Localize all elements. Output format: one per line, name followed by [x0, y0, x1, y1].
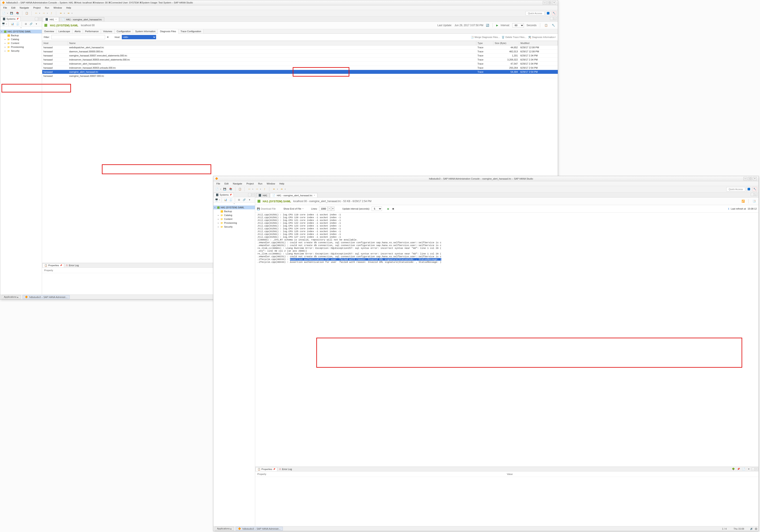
back-icon[interactable]: ⇦: [247, 187, 252, 192]
settings-icon[interactable]: 🔧: [551, 23, 556, 28]
minimize-bottom-button[interactable]: —: [752, 468, 755, 471]
applications-button[interactable]: Applications ▴: [2, 295, 21, 299]
sub-tab-alerts[interactable]: Alerts: [72, 29, 83, 33]
menu-file[interactable]: File: [214, 182, 222, 186]
save-all-icon[interactable]: 📚: [228, 187, 233, 192]
twisty-icon[interactable]: ▾: [214, 207, 216, 209]
quick-access-field[interactable]: Quick Access: [726, 187, 745, 191]
menu-file[interactable]: File: [1, 6, 9, 10]
chevron-down-icon[interactable]: ▾: [277, 188, 278, 190]
sub-tab-trace-configuration[interactable]: Trace Configuration: [178, 29, 204, 33]
sql-icon[interactable]: 📋: [24, 11, 29, 16]
stop-icon[interactable]: ⏹: [391, 206, 396, 211]
view-menu-icon[interactable]: ▾: [247, 198, 252, 202]
twisty-icon[interactable]: ▸: [217, 226, 219, 228]
tree-node-provisioning[interactable]: ▸ 📁 Provisioning: [214, 221, 255, 225]
lines-spinner[interactable]: − +: [319, 207, 335, 211]
maximize-button[interactable]: ▢: [748, 177, 752, 180]
chevron-down-icon[interactable]: ▾: [303, 208, 304, 210]
twisty-icon[interactable]: ▸: [217, 214, 219, 216]
interval-select[interactable]: 60: [512, 23, 524, 27]
link-editor-icon[interactable]: 🔗: [29, 22, 33, 26]
chevron-down-icon[interactable]: ▾: [220, 188, 221, 190]
minimize-editor-button[interactable]: —: [751, 193, 754, 196]
power-icon[interactable]: ⏻: [755, 527, 757, 530]
delete-trace-link[interactable]: 🗑️Delete Trace Files...: [501, 36, 526, 39]
monitor-icon[interactable]: 📊: [10, 22, 15, 26]
twisty-icon[interactable]: ▸: [4, 50, 6, 52]
sub-tab-volumes[interactable]: Volumes: [101, 29, 115, 33]
maximize-editor-button[interactable]: ▢: [754, 193, 757, 196]
twisty-icon[interactable]: ▸: [4, 42, 6, 44]
close-button[interactable]: ×: [753, 177, 757, 180]
log-viewer[interactable]: Jtil.cpp(01591) : log.CPU 119 core index…: [255, 213, 758, 466]
lines-input[interactable]: [319, 207, 328, 211]
col-name[interactable]: Name: [68, 41, 476, 45]
table-row[interactable]: hanaaaddaemon_hanaaad.30000.000.trcTrace…: [42, 50, 558, 54]
pin-view-icon[interactable]: 📌: [736, 467, 741, 471]
refresh-icon[interactable]: 🔄: [486, 24, 489, 27]
col-size-byte-[interactable]: Size (Byte): [494, 41, 519, 45]
maximize-view-button[interactable]: ▢: [252, 193, 255, 196]
sql-icon[interactable]: 📋: [238, 187, 242, 192]
monitor-icon[interactable]: 📊: [223, 198, 228, 202]
lines-plus[interactable]: +: [331, 207, 335, 211]
collapse-all-icon[interactable]: ⊟: [237, 198, 241, 202]
save-icon[interactable]: 💾: [9, 11, 14, 16]
table-row[interactable]: hanaaadindexserver_hanaaad.30003.execute…: [42, 58, 558, 62]
play-icon[interactable]: ▶: [496, 24, 498, 27]
table-row[interactable]: hanaaadindexserver_alert_hanaaad.trcTrac…: [42, 62, 558, 66]
col-host[interactable]: Host: [42, 41, 68, 45]
merge-files-link[interactable]: 📑Merge Diagnosis Files...: [471, 36, 500, 39]
editor-tab-trace[interactable]: 📄 HA1 - xsengine_alert_hanaaad.trc: [59, 17, 104, 22]
menu-window[interactable]: Window: [51, 6, 64, 10]
back-icon[interactable]: ⇦: [34, 11, 38, 16]
menu-run[interactable]: Run: [256, 182, 264, 186]
volume-icon[interactable]: 🔊: [750, 527, 753, 530]
tree-node-content[interactable]: ▸ 📁 Content: [0, 41, 42, 45]
perspective-other-icon[interactable]: 🔧: [752, 187, 757, 192]
maximize-button[interactable]: ▢: [547, 1, 551, 5]
tree-node-security[interactable]: ▸ 📁 Security: [214, 225, 255, 229]
sub-tab-configuration[interactable]: Configuration: [115, 29, 133, 33]
filter-input[interactable]: [51, 35, 105, 39]
menu-view-icon[interactable]: ▾: [746, 467, 751, 471]
chevron-down-icon[interactable]: ▾: [253, 188, 253, 190]
menu-project[interactable]: Project: [244, 182, 256, 186]
twisty-icon[interactable]: ▸: [217, 222, 219, 224]
table-row[interactable]: hanaaadxsengine_hanaaad.30007.executed_s…: [42, 54, 558, 58]
forward-icon[interactable]: ⇨: [41, 11, 46, 16]
host-select[interactable]: <All>: [122, 35, 156, 39]
table-row[interactable]: hanaaadindexserver_hanaaad.30003.unloads…: [42, 66, 558, 70]
new-icon[interactable]: 📄: [2, 11, 6, 16]
col-modified[interactable]: Modified: [519, 41, 558, 45]
nav-forward-icon[interactable]: ➡: [66, 11, 71, 16]
chevron-down-icon[interactable]: ▾: [71, 13, 72, 14]
close-icon[interactable]: ×: [55, 18, 57, 21]
nav-back-icon[interactable]: ⬅: [271, 187, 276, 192]
minimize-view-button[interactable]: —: [35, 17, 38, 21]
chevron-down-icon[interactable]: ▾: [260, 188, 261, 190]
nav-back-icon[interactable]: ⬅: [58, 11, 63, 16]
close-button[interactable]: ×: [552, 1, 556, 5]
quick-access-field[interactable]: Quick Access: [526, 11, 545, 16]
col-type[interactable]: Type: [476, 41, 494, 45]
new-icon[interactable]: 📄: [215, 187, 219, 192]
minimize-button[interactable]: —: [543, 1, 546, 5]
tree-node-provisioning[interactable]: ▸ 📁 Provisioning: [0, 45, 42, 49]
save-all-icon[interactable]: 📚: [15, 11, 20, 16]
chevron-down-icon[interactable]: ▾: [6, 23, 7, 25]
menu-edit[interactable]: Edit: [9, 6, 18, 10]
chevron-down-icon[interactable]: ▾: [39, 13, 40, 14]
collapse-all-icon[interactable]: ⊟: [24, 22, 28, 26]
table-row[interactable]: hanaaadwebdispatcher_alert_hanaaad.trcTr…: [42, 45, 558, 50]
systems-tab[interactable]: 🗄️ Systems 📌: [1, 17, 21, 21]
menu-navigate[interactable]: Navigate: [231, 182, 244, 186]
twisty-icon[interactable]: ▸: [4, 46, 6, 48]
perspective-other-icon[interactable]: 🔧: [552, 11, 556, 16]
up-icon[interactable]: ⤴: [49, 11, 54, 16]
applications-button[interactable]: Applications ▴: [215, 527, 234, 531]
twisty-icon[interactable]: ▾: [1, 31, 3, 32]
editor-tab-ha1[interactable]: 🗄️ HA1 ×: [43, 17, 59, 22]
menu-run[interactable]: Run: [43, 6, 51, 10]
